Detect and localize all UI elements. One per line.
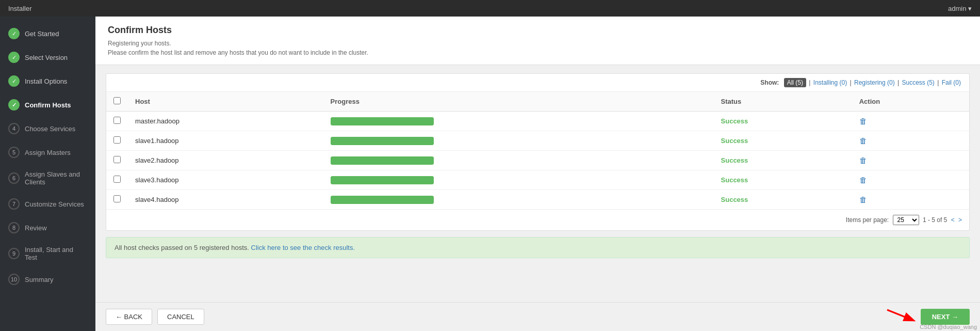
progress-bar-fill (331, 176, 434, 184)
filter-fail[interactable]: Fail (0) (942, 79, 961, 86)
sidebar-item-assign-slaves[interactable]: 6Assign Slaves and Clients (0, 164, 95, 192)
filter-success[interactable]: Success (5) (902, 79, 935, 86)
sidebar-item-label-get-started: Get Started (25, 30, 59, 38)
sidebar-item-customize-services[interactable]: 7Customize Services (0, 192, 95, 216)
col-host: Host (128, 92, 323, 112)
progress-bar-wrap (331, 156, 434, 165)
progress-bar-wrap (331, 117, 434, 125)
svg-line-0 (887, 310, 913, 320)
items-per-page-select[interactable]: 25 50 100 (893, 215, 919, 225)
col-progress: Progress (323, 92, 714, 112)
filter-installing[interactable]: Installing (0) (813, 79, 847, 86)
progress-bar-fill (331, 117, 434, 125)
row-checkbox-1[interactable] (113, 136, 121, 144)
step-circle-assign-slaves: 6 (8, 172, 20, 184)
host-cell: slave2.hadoop (128, 151, 323, 170)
action-cell: 🗑 (852, 112, 969, 131)
sidebar-item-install-start-test[interactable]: 9Install, Start and Test (0, 240, 95, 267)
progress-cell (323, 151, 714, 170)
show-label: Show: (760, 79, 779, 86)
main-content: Confirm Hosts Registering your hosts. Pl… (95, 17, 980, 331)
layout: ✓Get Started✓Select Version✓Install Opti… (0, 17, 980, 331)
sidebar-item-label-review: Review (25, 224, 47, 232)
status-cell: Success (714, 170, 852, 190)
table-row: slave2.hadoopSuccess🗑 (106, 151, 969, 170)
sidebar-item-label-choose-services: Choose Services (25, 125, 75, 133)
delete-icon[interactable]: 🗑 (859, 176, 867, 184)
page-title: Confirm Hosts (108, 25, 968, 36)
prev-page[interactable]: < (951, 216, 955, 224)
next-page[interactable]: > (958, 216, 962, 224)
delete-icon[interactable]: 🗑 (859, 156, 867, 165)
step-circle-install-start-test: 9 (8, 248, 20, 259)
delete-icon[interactable]: 🗑 (859, 136, 867, 145)
table-row: master.hadoopSuccess🗑 (106, 112, 969, 131)
status-cell: Success (714, 131, 852, 151)
footer: ← BACK CANCEL NEXT → (95, 302, 980, 331)
host-cell: slave4.hadoop (128, 190, 323, 210)
success-message: All host checks passed on 5 registered h… (106, 237, 970, 258)
sidebar-item-select-version[interactable]: ✓Select Version (0, 45, 95, 69)
watermark: CSDN @duqiao_wang (917, 323, 980, 331)
progress-bar-fill (331, 137, 434, 145)
sidebar-item-label-assign-slaves: Assign Slaves and Clients (25, 170, 87, 186)
content-body: Show: All (5) | Installing (0) | Registe… (95, 65, 980, 302)
row-checkbox-0[interactable] (113, 117, 121, 124)
back-button[interactable]: ← BACK (106, 309, 152, 325)
host-cell: master.hadoop (128, 112, 323, 131)
sidebar-item-choose-services[interactable]: 4Choose Services (0, 117, 95, 140)
status-cell: Success (714, 190, 852, 210)
cancel-button[interactable]: CANCEL (157, 309, 204, 325)
admin-menu[interactable]: admin ▾ (948, 5, 972, 12)
sidebar-item-label-install-options: Install Options (25, 77, 67, 85)
sidebar: ✓Get Started✓Select Version✓Install Opti… (0, 17, 95, 331)
success-text: All host checks passed on 5 registered h… (115, 244, 249, 251)
host-cell: slave1.hadoop (128, 131, 323, 151)
delete-icon[interactable]: 🗑 (859, 195, 867, 204)
check-results-link[interactable]: Click here to see the check results. (251, 244, 355, 251)
progress-cell (323, 190, 714, 210)
select-all-checkbox[interactable] (113, 97, 121, 104)
sidebar-item-assign-masters[interactable]: 5Assign Masters (0, 140, 95, 164)
sidebar-item-label-select-version: Select Version (25, 54, 68, 61)
sidebar-item-label-install-start-test: Install, Start and Test (25, 246, 87, 261)
step-circle-get-started: ✓ (8, 28, 20, 39)
progress-bar-fill (331, 156, 434, 165)
action-cell: 🗑 (852, 190, 969, 210)
step-circle-assign-masters: 5 (8, 147, 20, 158)
col-status: Status (714, 92, 852, 112)
progress-bar-wrap (331, 176, 434, 184)
row-checkbox-2[interactable] (113, 156, 121, 163)
step-circle-customize-services: 7 (8, 198, 20, 210)
sidebar-item-label-confirm-hosts: Confirm Hosts (25, 101, 71, 109)
delete-icon[interactable]: 🗑 (859, 117, 867, 125)
sidebar-item-label-customize-services: Customize Services (25, 200, 84, 208)
sidebar-item-review[interactable]: 8Review (0, 216, 95, 240)
step-circle-choose-services: 4 (8, 123, 20, 134)
sidebar-item-summary[interactable]: 10Summary (0, 267, 95, 291)
row-checkbox-4[interactable] (113, 195, 121, 202)
sidebar-item-install-options[interactable]: ✓Install Options (0, 69, 95, 93)
step-circle-confirm-hosts: ✓ (8, 99, 20, 111)
hosts-table: Host Progress Status Action master.hadoo… (106, 92, 969, 209)
subtitle-1: Registering your hosts. (108, 39, 968, 48)
table-card: Show: All (5) | Installing (0) | Registe… (106, 73, 970, 231)
step-circle-select-version: ✓ (8, 52, 20, 63)
table-toolbar: Show: All (5) | Installing (0) | Registe… (106, 74, 969, 92)
sidebar-item-confirm-hosts[interactable]: ✓Confirm Hosts (0, 93, 95, 117)
progress-bar-wrap (331, 196, 434, 204)
app-title: Installer (8, 5, 32, 12)
col-action: Action (852, 92, 969, 112)
row-checkbox-3[interactable] (113, 176, 121, 183)
sidebar-item-label-summary: Summary (25, 276, 54, 283)
pagination: Items per page: 25 50 100 1 - 5 of 5 < > (106, 209, 969, 230)
filter-all[interactable]: All (5) (784, 78, 806, 87)
step-circle-install-options: ✓ (8, 75, 20, 87)
table-row: slave4.hadoopSuccess🗑 (106, 190, 969, 210)
filter-buttons: All (5) | Installing (0) | Registering (… (783, 79, 962, 86)
status-cell: Success (714, 151, 852, 170)
sidebar-item-get-started[interactable]: ✓Get Started (0, 22, 95, 45)
filter-registering[interactable]: Registering (0) (854, 79, 895, 86)
progress-bar-fill (331, 196, 434, 204)
subtitle-2: Please confirm the host list and remove … (108, 48, 968, 57)
